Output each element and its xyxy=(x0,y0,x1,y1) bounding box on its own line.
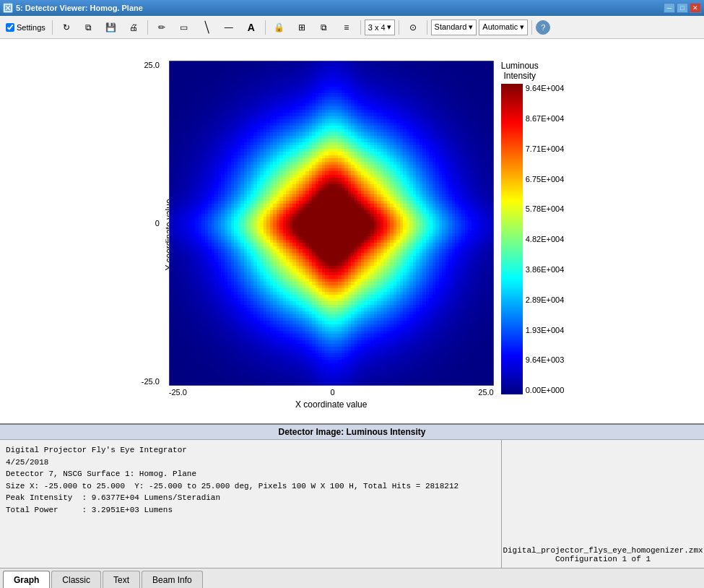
minus-icon: — xyxy=(223,22,235,33)
copy-icon: ⧉ xyxy=(83,22,95,33)
settings-checkbox[interactable]: Settings xyxy=(3,22,48,33)
toolbar-sep-4 xyxy=(360,20,361,35)
refresh-icon: ↻ xyxy=(61,22,72,33)
y-tick-0: 0 xyxy=(155,219,160,228)
toolbar-sep-1 xyxy=(52,20,53,35)
clock-button[interactable]: ⊙ xyxy=(403,19,423,36)
cb-label-6: 3.86E+004 xyxy=(526,265,565,274)
x-tick-n25: -25.0 xyxy=(169,388,187,397)
file-info-area: Digital_projector_flys_eye_homogenizer.z… xyxy=(502,440,704,568)
x-tick-0: 0 xyxy=(331,388,335,397)
x-axis-ticks: -25.0 0 25.0 xyxy=(169,388,494,397)
standard-label: Standard ▾ xyxy=(435,22,474,32)
clock-icon: ⊙ xyxy=(407,22,419,33)
refresh-button[interactable]: ↻ xyxy=(56,19,77,36)
toolbar-sep-6 xyxy=(427,20,427,35)
graph-area: Y coordinate value 25.0 0 -25.0 -25.0 0 xyxy=(0,39,704,423)
line-icon: ╱ xyxy=(198,19,214,35)
grid-size-dropdown-arrow: ▾ xyxy=(387,22,391,32)
title-bar-controls: ─ □ ✕ xyxy=(664,3,701,13)
automatic-dropdown[interactable]: Automatic ▾ xyxy=(479,20,528,35)
cb-label-7: 2.89E+004 xyxy=(526,295,565,304)
colorbar-title: LuminousIntensity xyxy=(501,61,539,82)
x-tick-25: 25.0 xyxy=(478,388,493,397)
toolbar-sep-5 xyxy=(399,20,399,35)
tab-beam-info-label: Beam Info xyxy=(152,575,192,585)
colorbar-wrapper: 9.64E+004 8.67E+004 7.71E+004 6.75E+004 … xyxy=(501,84,565,394)
y-axis-ticks: 25.0 0 -25.0 xyxy=(142,61,160,386)
colorbar-canvas xyxy=(501,84,523,394)
plot-with-colorbar: Y coordinate value 25.0 0 -25.0 -25.0 0 xyxy=(169,61,565,410)
tab-text[interactable]: Text xyxy=(103,571,140,588)
x-axis-label: X coordinate value xyxy=(169,399,494,410)
plot-container: Y coordinate value 25.0 0 -25.0 -25.0 0 xyxy=(0,39,704,423)
minus-button[interactable]: — xyxy=(219,19,239,36)
tab-bar: Graph Classic Text Beam Info xyxy=(0,568,704,588)
tab-beam-info[interactable]: Beam Info xyxy=(142,571,203,588)
maximize-button[interactable]: □ xyxy=(677,3,688,13)
save-icon: 💾 xyxy=(105,22,117,33)
print-icon: 🖨 xyxy=(128,22,139,33)
config-label: Configuration 1 of 1 xyxy=(555,555,651,563)
colorbar-labels: 9.64E+004 8.67E+004 7.71E+004 6.75E+004 … xyxy=(526,84,565,394)
bottom-content: Digital Projector Fly's Eye Integrator 4… xyxy=(0,440,704,568)
text-A-icon: A xyxy=(245,22,257,33)
cb-label-10: 0.00E+000 xyxy=(526,386,565,394)
tab-text-label: Text xyxy=(113,575,129,585)
main-content: Y coordinate value 25.0 0 -25.0 -25.0 0 xyxy=(0,39,704,588)
y-tick-25: 25.0 xyxy=(144,61,159,69)
cb-label-4: 5.78E+004 xyxy=(526,204,565,213)
cb-label-1: 8.67E+004 xyxy=(526,114,565,123)
cb-label-3: 6.75E+004 xyxy=(526,175,565,183)
grid-size-dropdown[interactable]: 3 x 4 ▾ xyxy=(365,20,395,35)
layers-button[interactable]: ⧉ xyxy=(314,19,334,36)
cb-label-2: 7.71E+004 xyxy=(526,144,565,153)
cb-label-5: 4.82E+004 xyxy=(526,235,565,243)
pencil-icon: ✏ xyxy=(156,22,168,33)
heatmap-canvas xyxy=(169,61,494,386)
toolbar-sep-3 xyxy=(265,20,266,35)
tab-graph[interactable]: Graph xyxy=(3,571,50,588)
minimize-button[interactable]: ─ xyxy=(664,3,675,13)
lock-icon: 🔒 xyxy=(274,22,285,33)
grid-icon: ⊞ xyxy=(296,22,308,33)
settings-label: Settings xyxy=(17,23,45,32)
app-icon xyxy=(3,3,13,13)
file-name: Digital_projector_flys_eye_homogenizer.z… xyxy=(503,546,703,555)
save-button[interactable]: 💾 xyxy=(101,19,121,36)
tab-graph-label: Graph xyxy=(14,575,39,585)
close-button[interactable]: ✕ xyxy=(690,3,701,13)
help-icon: ? xyxy=(541,23,545,32)
help-button[interactable]: ? xyxy=(536,20,550,35)
title-bar-left: 5: Detector Viewer: Homog. Plane xyxy=(3,3,143,13)
detector-title: Detector Image: Luminous Intensity xyxy=(0,425,704,440)
print-button[interactable]: 🖨 xyxy=(123,19,144,36)
stack-icon: ≡ xyxy=(341,22,352,33)
toolbar-sep-2 xyxy=(147,20,148,35)
y-tick-n25: -25.0 xyxy=(142,377,160,386)
toolbar: Settings ↻ ⧉ 💾 🖨 ✏ ▭ ╱ — A 🔒 ⊞ ⧉ ≡ 3 x 4 xyxy=(0,16,704,39)
layers-icon: ⧉ xyxy=(318,22,330,33)
toolbar-sep-7 xyxy=(531,20,532,35)
lock-button[interactable]: 🔒 xyxy=(269,19,290,36)
title-bar: 5: Detector Viewer: Homog. Plane ─ □ ✕ xyxy=(0,0,704,16)
cb-label-0: 9.64E+004 xyxy=(526,84,565,92)
pencil-button[interactable]: ✏ xyxy=(152,19,172,36)
standard-dropdown[interactable]: Standard ▾ xyxy=(431,20,477,35)
copy-button[interactable]: ⧉ xyxy=(79,19,99,36)
tab-classic-label: Classic xyxy=(62,575,90,585)
rectangle-icon: ▭ xyxy=(178,22,190,33)
line-button[interactable]: ╱ xyxy=(196,19,217,36)
cb-label-8: 1.93E+004 xyxy=(526,326,565,334)
stack-button[interactable]: ≡ xyxy=(336,19,357,36)
grid-button[interactable]: ⊞ xyxy=(292,19,312,36)
grid-size-label: 3 x 4 xyxy=(368,23,386,32)
bottom-panel: Detector Image: Luminous Intensity Digit… xyxy=(0,423,704,568)
plot-area: 25.0 0 -25.0 -25.0 0 25.0 X coordinate v xyxy=(169,61,494,410)
cb-label-9: 9.64E+003 xyxy=(526,355,565,364)
window-title: 5: Detector Viewer: Homog. Plane xyxy=(16,4,143,12)
rectangle-button[interactable]: ▭ xyxy=(174,19,194,36)
text-button[interactable]: A xyxy=(241,19,261,36)
automatic-label: Automatic ▾ xyxy=(482,22,524,32)
tab-classic[interactable]: Classic xyxy=(51,571,101,588)
